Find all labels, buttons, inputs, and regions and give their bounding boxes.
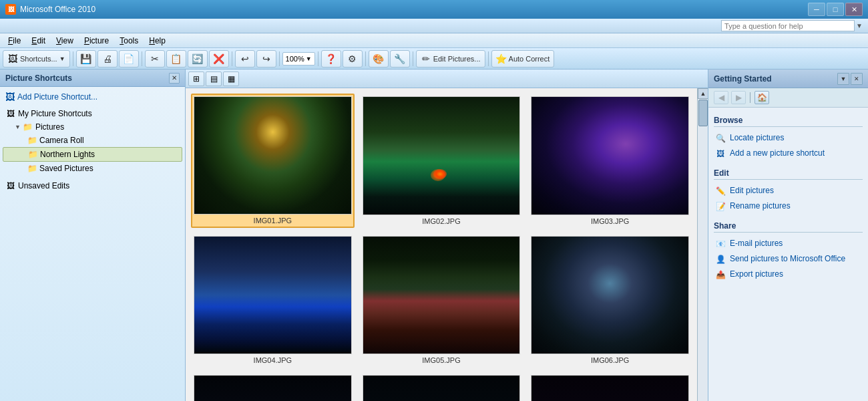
separator-1	[73, 51, 73, 66]
photo-item-8[interactable]	[360, 372, 523, 401]
tree-item-label: My Picture Shortcuts	[18, 109, 92, 118]
sidebar-header: Picture Shortcuts ✕	[0, 70, 185, 87]
edit-pictures-label: Edit Pictures...	[433, 55, 481, 63]
rotate-button[interactable]: 🔄	[188, 50, 208, 68]
view-list-button[interactable]: ▦	[223, 72, 239, 86]
right-panel-nav: ◀ ▶ 🏠	[708, 88, 868, 108]
add-new-shortcut-icon: 🖼	[715, 149, 726, 160]
locate-pictures-link[interactable]: 🔍 Locate pictures	[714, 131, 863, 146]
export-pictures-label: Export pictures	[730, 269, 783, 280]
menu-picture[interactable]: Picture	[79, 35, 114, 47]
view-thumbnails-button[interactable]: ⊞	[188, 72, 204, 86]
menu-tools[interactable]: Tools	[114, 35, 144, 47]
tree-item-pictures[interactable]: ▼ 📁 Pictures	[3, 120, 182, 134]
print-button[interactable]: 🖨	[97, 50, 118, 68]
toolbar: 🖼 Shortcuts... ▼ 💾 🖨 📄 ✂ 📋 🔄 ❌ ↩ ↪ 100% …	[0, 48, 868, 70]
edit-pictures-link[interactable]: ✏️ Edit pictures	[714, 184, 863, 199]
sidebar-close-button[interactable]: ✕	[169, 73, 180, 84]
redo-button[interactable]: ↪	[256, 50, 276, 68]
undo-button[interactable]: ↩	[235, 50, 255, 68]
view-filmstrip-button[interactable]: ▤	[206, 72, 222, 86]
rename-pictures-link[interactable]: 📝 Rename pictures	[714, 199, 863, 215]
nav-forward-button[interactable]: ▶	[731, 91, 746, 104]
menu-bar: File Edit View Picture Tools Help	[0, 33, 868, 48]
photo-label-2: IMG02.JPG	[422, 217, 460, 225]
tree-item-my-shortcuts[interactable]: 🖼 My Picture Shortcuts	[3, 107, 182, 120]
edit-pictures-button[interactable]: ✏ Edit Pictures...	[416, 50, 485, 68]
right-panel-close-button[interactable]: ✕	[851, 73, 863, 85]
photo-item-3[interactable]: IMG03.JPG	[528, 94, 692, 228]
share-section-title: Share	[714, 221, 863, 233]
photo-label-6: IMG06.JPG	[591, 356, 629, 364]
tree-item-unsaved-edits[interactable]: 🖼 Unsaved Edits	[3, 179, 182, 192]
edit-pictures-link-icon: ✏️	[715, 186, 726, 197]
separator-5	[318, 51, 318, 66]
tree-item-camera-roll[interactable]: 📁 Camera Roll	[3, 134, 182, 147]
scroll-up-button[interactable]: ▲	[698, 88, 708, 99]
auto-correct-button[interactable]: ⭐ Auto Correct	[491, 50, 555, 68]
email-pictures-icon: 📧	[715, 239, 726, 250]
add-new-shortcut-link[interactable]: 🖼 Add a new picture shortcut	[714, 146, 863, 162]
maximize-button[interactable]: □	[827, 3, 844, 16]
photo-item-9[interactable]	[528, 372, 692, 401]
delete-button[interactable]: ❌	[209, 50, 229, 68]
tree-item-saved-pictures[interactable]: 📁 Saved Pictures	[3, 162, 182, 175]
photo-item-6[interactable]: IMG06.JPG	[528, 233, 692, 368]
cut-button[interactable]: ✂	[145, 50, 165, 68]
photo-item-4[interactable]: IMG04.JPG	[191, 233, 355, 368]
edit-section-title: Edit	[714, 168, 863, 180]
shortcuts-button[interactable]: 🖼 Shortcuts... ▼	[3, 50, 70, 68]
color-tool-button[interactable]: 🎨	[369, 50, 389, 68]
help-search-input[interactable]	[721, 20, 855, 31]
photo-item-7[interactable]	[191, 372, 355, 401]
close-button[interactable]: ✕	[845, 3, 863, 16]
fix-tool-icon: 🔧	[395, 53, 405, 64]
photo-label-1: IMG01.JPG	[254, 217, 292, 225]
minimize-button[interactable]: ─	[808, 3, 825, 16]
nav-home-button[interactable]: 🏠	[754, 91, 769, 104]
photo-item-5[interactable]: IMG05.JPG	[360, 233, 523, 368]
undo-icon: ↩	[240, 53, 250, 64]
export-pictures-link[interactable]: 📤 Export pictures	[714, 267, 863, 283]
fix-tool-button[interactable]: 🔧	[390, 50, 410, 68]
menu-view[interactable]: View	[51, 35, 79, 47]
camera-roll-icon: 📁	[27, 135, 37, 146]
tree-item-northern-lights[interactable]: 📁 Northern Lights	[3, 147, 182, 162]
cut-icon: ✂	[150, 53, 160, 64]
photo-item-1[interactable]: IMG01.JPG	[191, 94, 355, 228]
tree-item-pictures-label: Pictures	[35, 122, 64, 132]
right-panel-controls: ▼ ✕	[837, 73, 863, 85]
nav-back-button[interactable]: ◀	[714, 91, 728, 104]
scroll-thumb[interactable]	[698, 100, 708, 126]
send-to-office-link[interactable]: 👤 Send pictures to Microsoft Office	[714, 252, 863, 267]
copy-button[interactable]: 📋	[166, 50, 186, 68]
sidebar: Picture Shortcuts ✕ 🖼 Add Picture Shortc…	[0, 70, 186, 401]
rename-pictures-icon: 📝	[715, 202, 726, 213]
photo-label-5: IMG05.JPG	[422, 356, 460, 364]
print-preview-button[interactable]: 📄	[119, 50, 139, 68]
help-button[interactable]: ❓	[321, 50, 341, 68]
expand-icon: ▼	[15, 124, 21, 130]
right-panel: Getting Started ▼ ✕ ◀ ▶ 🏠 Browse 🔍 Locat…	[708, 70, 868, 401]
auto-correct-label: Auto Correct	[509, 55, 550, 63]
help-dropdown-icon[interactable]: ▼	[856, 22, 863, 29]
add-shortcut-button[interactable]: 🖼 Add Picture Shortcut...	[3, 90, 182, 104]
zoom-display: 100% ▼	[282, 52, 315, 65]
right-panel-content: Browse 🔍 Locate pictures 🖼 Add a new pic…	[708, 108, 868, 401]
edit-pictures-link-label: Edit pictures	[730, 186, 774, 196]
save-button[interactable]: 💾	[76, 50, 96, 68]
menu-edit[interactable]: Edit	[26, 35, 51, 47]
email-pictures-link[interactable]: 📧 E-mail pictures	[714, 237, 863, 252]
add-shortcut-icon: 🖼	[5, 92, 15, 102]
photo-item-2[interactable]: IMG02.JPG	[360, 94, 523, 228]
right-panel-dropdown-button[interactable]: ▼	[837, 73, 849, 85]
shortcuts-icon: 🖼	[7, 53, 18, 64]
right-panel-title: Getting Started	[714, 74, 772, 84]
menu-file[interactable]: File	[3, 35, 26, 47]
shortcuts-label: Shortcuts...	[20, 55, 57, 63]
menu-help[interactable]: Help	[144, 35, 171, 47]
zoom-dropdown-icon[interactable]: ▼	[306, 55, 312, 62]
saved-pictures-icon: 📁	[27, 163, 37, 174]
title-bar-left: 🖼 Microsoft Office 2010	[5, 4, 95, 15]
settings-button[interactable]: ⚙	[343, 50, 363, 68]
